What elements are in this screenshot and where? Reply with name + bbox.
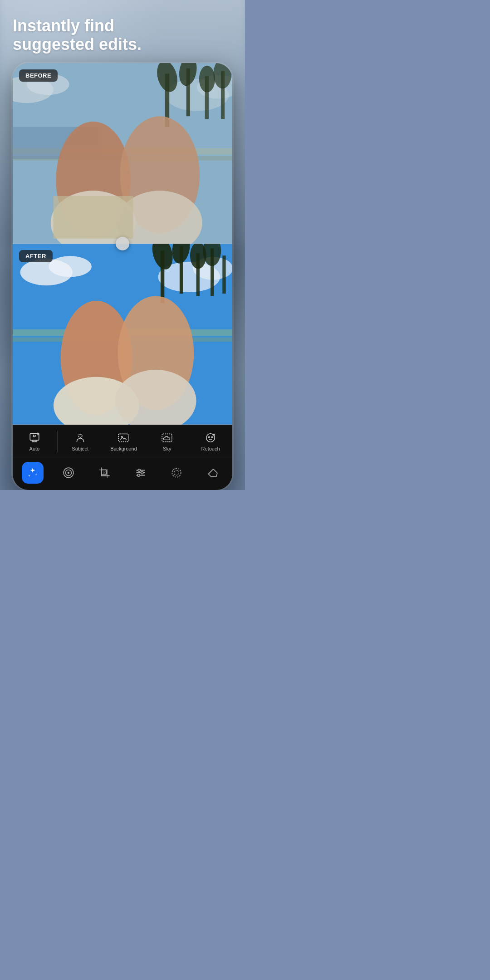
headline-line2: suggested edits. bbox=[13, 35, 142, 54]
photo-before: BEFORE bbox=[13, 63, 232, 244]
divider-handle[interactable] bbox=[116, 237, 129, 250]
main-container: Instantly find suggested edits. bbox=[0, 0, 245, 490]
subject-label: Subject bbox=[72, 446, 88, 451]
comparison-divider[interactable] bbox=[13, 243, 232, 244]
auto-label: Auto bbox=[29, 446, 40, 451]
svg-point-60 bbox=[172, 468, 181, 477]
svg-point-10 bbox=[199, 66, 215, 93]
tool-tab-subject[interactable]: Subject bbox=[59, 430, 102, 453]
toolbar: Auto Subject bbox=[13, 425, 232, 490]
svg-point-48 bbox=[209, 436, 210, 437]
after-photo-svg bbox=[13, 244, 232, 425]
tool-tab-auto[interactable]: Auto bbox=[13, 430, 56, 453]
svg-point-57 bbox=[138, 469, 140, 471]
select-button[interactable] bbox=[166, 462, 187, 484]
retouch-icon bbox=[204, 431, 217, 444]
tool-tabs: Auto Subject bbox=[13, 425, 232, 457]
auto-icon-svg bbox=[29, 432, 40, 444]
headline: Instantly find suggested edits. bbox=[0, 0, 245, 63]
svg-point-61 bbox=[174, 470, 179, 475]
svg-point-52 bbox=[68, 472, 69, 474]
adjust-icon bbox=[135, 467, 147, 479]
mask-button[interactable] bbox=[58, 462, 79, 484]
background-icon bbox=[117, 431, 130, 444]
background-label: Background bbox=[110, 446, 137, 451]
subject-icon bbox=[74, 431, 87, 444]
svg-point-45 bbox=[122, 436, 122, 437]
magic-icon bbox=[27, 467, 39, 479]
subject-icon-svg bbox=[74, 432, 86, 444]
svg-point-24 bbox=[49, 256, 91, 277]
tool-divider bbox=[57, 431, 58, 452]
sky-icon bbox=[161, 431, 173, 444]
tool-tab-background[interactable]: Background bbox=[102, 430, 146, 453]
svg-point-59 bbox=[137, 474, 140, 476]
sky-icon-svg bbox=[161, 432, 173, 444]
auto-icon bbox=[28, 431, 41, 444]
svg-rect-35 bbox=[222, 256, 225, 294]
before-label: BEFORE bbox=[19, 69, 58, 82]
erase-icon bbox=[206, 467, 218, 479]
select-icon bbox=[171, 467, 182, 479]
photo-after: AFTER bbox=[13, 244, 232, 425]
svg-rect-44 bbox=[119, 434, 129, 441]
svg-rect-21 bbox=[54, 196, 133, 239]
background-icon-svg bbox=[118, 432, 129, 444]
bottom-actions bbox=[13, 457, 232, 490]
svg-point-49 bbox=[211, 436, 212, 437]
tool-tab-sky[interactable]: Sky bbox=[145, 430, 189, 453]
svg-point-58 bbox=[141, 471, 143, 474]
erase-button[interactable] bbox=[201, 462, 223, 484]
mask-icon bbox=[63, 467, 74, 479]
crop-button[interactable] bbox=[93, 462, 115, 484]
headline-line1: Instantly find bbox=[13, 16, 114, 35]
retouch-icon-svg bbox=[205, 432, 216, 444]
photo-comparison: BEFORE bbox=[13, 63, 232, 425]
crop-icon bbox=[98, 467, 110, 479]
svg-rect-46 bbox=[162, 434, 172, 441]
adjust-button[interactable] bbox=[130, 462, 152, 484]
phone-frame: BEFORE bbox=[13, 63, 232, 490]
svg-point-43 bbox=[78, 434, 82, 438]
before-photo-svg bbox=[13, 63, 232, 244]
tool-tab-retouch[interactable]: Retouch bbox=[189, 430, 232, 453]
retouch-label: Retouch bbox=[201, 446, 220, 451]
sky-label: Sky bbox=[163, 446, 171, 451]
after-label: AFTER bbox=[19, 250, 53, 262]
magic-button[interactable] bbox=[22, 462, 44, 484]
